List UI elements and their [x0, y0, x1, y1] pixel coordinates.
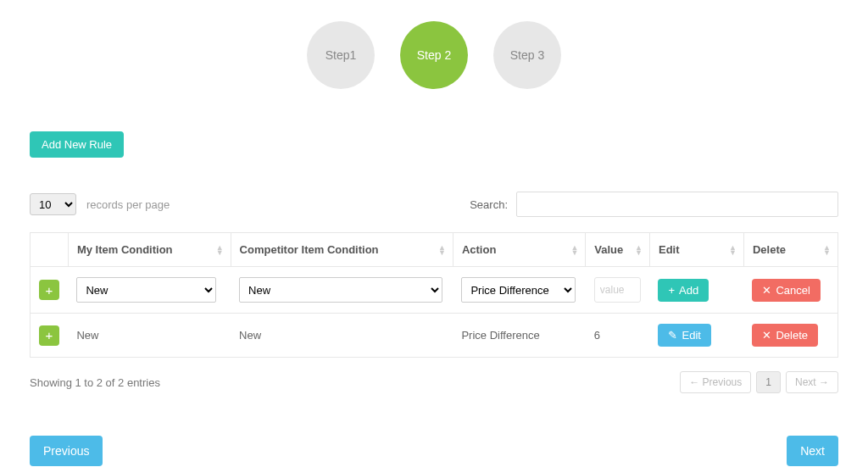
step-3[interactable]: Step 3	[493, 21, 561, 89]
plus-icon: +	[46, 284, 53, 297]
sort-icon: ▲▼	[729, 245, 737, 255]
pagination: ← Previous 1 Next →	[680, 371, 838, 393]
search-input[interactable]	[516, 192, 838, 217]
add-button[interactable]: + Add	[658, 279, 709, 302]
my-condition-select[interactable]: New	[76, 277, 216, 303]
search-label: Search:	[470, 198, 508, 211]
value-input[interactable]	[594, 277, 641, 303]
plus-icon: +	[46, 329, 53, 342]
cell-my-condition: New	[68, 314, 231, 358]
table-row: + New New Price Difference 6 ✎ Edit ✕ De	[31, 314, 838, 358]
close-icon: ✕	[762, 330, 771, 341]
delete-button[interactable]: ✕ Delete	[752, 324, 818, 347]
cancel-button[interactable]: ✕ Cancel	[752, 279, 820, 302]
col-expand	[31, 233, 69, 267]
expand-row-button[interactable]: +	[39, 280, 59, 300]
pencil-icon: ✎	[668, 330, 677, 341]
wizard-next-button[interactable]: Next	[787, 436, 838, 466]
wizard-previous-button[interactable]: Previous	[30, 436, 103, 466]
plus-icon: +	[668, 285, 675, 296]
page-prev[interactable]: ← Previous	[680, 371, 751, 393]
sort-icon: ▲▼	[823, 245, 831, 255]
sort-icon: ▲▼	[570, 245, 578, 255]
cell-competitor-condition: New	[231, 314, 453, 358]
page-length-label: records per page	[86, 198, 170, 211]
col-value[interactable]: Value ▲▼	[586, 233, 650, 267]
sort-icon: ▲▼	[438, 245, 446, 255]
col-action[interactable]: Action ▲▼	[453, 233, 585, 267]
add-new-rule-button[interactable]: Add New Rule	[30, 131, 124, 158]
sort-icon: ▲▼	[635, 245, 643, 255]
step-1[interactable]: Step1	[307, 21, 375, 89]
page-number[interactable]: 1	[756, 371, 781, 393]
table-info: Showing 1 to 2 of 2 entries	[30, 376, 160, 389]
action-select[interactable]: Price Difference	[461, 277, 576, 303]
page-next[interactable]: Next →	[786, 371, 838, 393]
page-length-select[interactable]: 10	[30, 193, 76, 215]
step-indicator: Step1 Step 2 Step 3	[30, 21, 838, 89]
close-icon: ✕	[762, 285, 771, 296]
col-competitor-condition[interactable]: Competitor Item Condition ▲▼	[231, 233, 453, 267]
step-2[interactable]: Step 2	[400, 21, 468, 89]
col-edit[interactable]: Edit ▲▼	[649, 233, 743, 267]
cell-value: 6	[586, 314, 650, 358]
sort-icon: ▲▼	[216, 245, 224, 255]
col-delete[interactable]: Delete ▲▼	[743, 233, 837, 267]
table-row-new: + New New Price Difference	[31, 267, 838, 314]
col-my-condition[interactable]: My Item Condition ▲▼	[68, 233, 231, 267]
cell-action: Price Difference	[453, 314, 585, 358]
edit-button[interactable]: ✎ Edit	[658, 324, 710, 347]
competitor-condition-select[interactable]: New	[239, 277, 442, 303]
expand-row-button[interactable]: +	[39, 325, 59, 346]
rules-table: My Item Condition ▲▼ Competitor Item Con…	[30, 232, 838, 358]
